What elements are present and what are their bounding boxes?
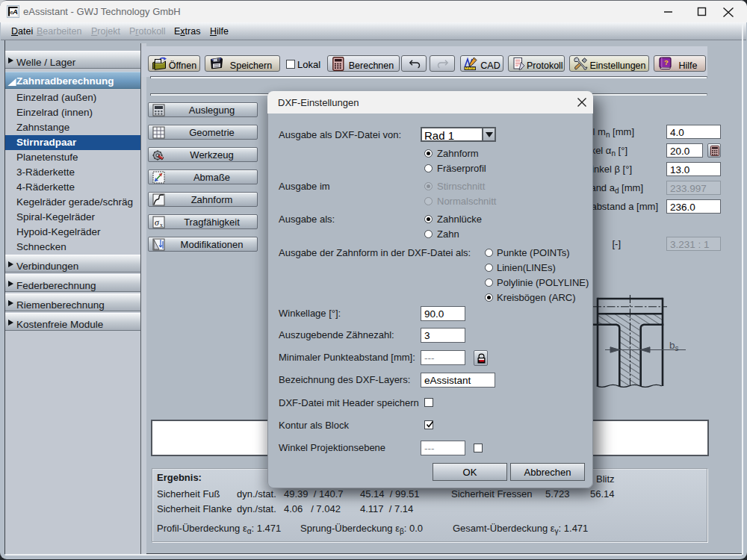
svg-text:bs: bs [669, 340, 679, 352]
svg-text:x: x [160, 222, 163, 228]
svg-text:?: ? [664, 58, 669, 66]
svg-text:A: A [12, 7, 18, 16]
